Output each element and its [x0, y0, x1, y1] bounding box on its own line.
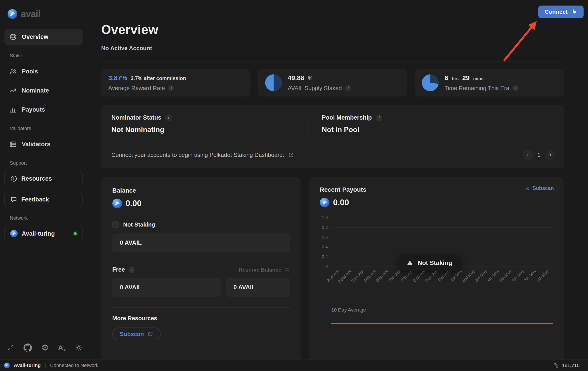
subscan-toggle-label: Subscan — [533, 185, 554, 191]
ten-day-average-section: 10 Day Average — [331, 302, 553, 324]
page-title: Overview — [101, 22, 564, 37]
balance-title: Balance — [112, 187, 290, 194]
pool-membership-value: Not in Pool — [322, 126, 554, 134]
y-axis: 1.00.80.60.40.20 — [320, 218, 331, 266]
external-link-icon[interactable] — [288, 152, 294, 158]
pool-membership-section: Pool Membership i Not in Pool — [307, 114, 564, 135]
x-axis-label: 8th May — [541, 266, 553, 291]
subscan-toggle[interactable]: Subscan — [525, 185, 554, 191]
nominator-status-section: Nominator Status i Not Nominating — [101, 114, 307, 135]
network-selector[interactable]: Avail-turing — [4, 226, 83, 241]
stats-row: 3.87% 3.7% after commission Average Rewa… — [101, 69, 564, 96]
connect-prompt-text: Connect your accounts to begin using Pol… — [111, 152, 284, 159]
account-status-card: Nominator Status i Not Nominating Pool M… — [101, 105, 564, 169]
network-name: Avail-turing — [22, 230, 55, 237]
balance-card: Balance 0.00 Not Staking 0 AVAIL Fre — [101, 177, 301, 362]
connect-button[interactable]: Connect — [538, 6, 584, 18]
feedback-button[interactable]: Feedback — [4, 192, 83, 207]
not-staking-label: Not Staking — [123, 221, 155, 228]
average-line — [331, 323, 553, 324]
more-resources-label: More Resources — [112, 315, 290, 322]
sidebar-footer-icons: ⚙ Ax — [7, 343, 83, 352]
sidebar-item-payouts[interactable]: Payouts — [4, 102, 83, 118]
info-icon[interactable]: i — [512, 85, 519, 91]
ten-day-average-label: 10 Day Average — [331, 307, 553, 313]
supply-staked-card: 49.88 % AVAIL Supply Staked i — [258, 69, 407, 96]
era-mins-value: 29 — [462, 74, 470, 82]
plug-icon — [571, 9, 577, 15]
not-staking-badge: Not Staking — [399, 255, 460, 271]
avail-logo-icon — [8, 9, 17, 19]
subscan-button-label: Subscan — [120, 331, 144, 338]
supply-staked-unit: % — [308, 75, 312, 81]
sidebar-item-label: Payouts — [22, 106, 45, 113]
subscan-button[interactable]: Subscan — [112, 328, 161, 340]
theme-sun-icon[interactable] — [75, 344, 83, 351]
staking-dashboard: avail Overview Stake Pools Nominate — [0, 0, 588, 371]
block-icon — [553, 363, 559, 368]
globe-icon — [9, 33, 17, 41]
statusbar-separator: | — [45, 362, 46, 369]
info-icon[interactable]: i — [165, 115, 172, 121]
github-icon[interactable] — [23, 343, 32, 352]
users-icon — [9, 68, 17, 75]
section-label-stake: Stake — [10, 53, 90, 59]
era-time-pie — [422, 74, 439, 91]
settings-gear-icon[interactable]: ⚙ — [41, 343, 49, 352]
page-prev-button[interactable] — [523, 150, 533, 160]
sidebar-item-nominate[interactable]: Nominate — [4, 83, 83, 98]
connection-status: Connected to Network — [50, 362, 98, 368]
era-time-card: 6 hrs 29 mins Time Remaining This Era i — [415, 69, 564, 96]
trend-up-icon — [9, 87, 17, 94]
sidebar-item-validators[interactable]: Validators — [4, 136, 83, 152]
reward-rate-label: Average Reward Rate — [108, 85, 165, 92]
warning-icon — [407, 260, 413, 266]
reward-rate-note: 3.7% after commission — [131, 75, 186, 81]
app-logo-text: avail — [21, 9, 40, 19]
statusbar-network-name: Avail-turing — [14, 362, 41, 368]
reward-rate-card: 3.87% 3.7% after commission Average Rewa… — [101, 69, 251, 96]
subscan-icon — [525, 186, 530, 191]
section-label-support: Support — [10, 160, 90, 166]
external-link-icon — [148, 331, 153, 337]
resources-button[interactable]: Resources — [4, 171, 83, 186]
free-amount: 0 AVAIL — [120, 284, 142, 291]
sidebar-item-label: Overview — [22, 33, 48, 40]
supply-staked-value: 49.88 — [288, 74, 304, 82]
feedback-label: Feedback — [21, 196, 49, 203]
era-mins-unit: mins — [473, 76, 484, 81]
block-number: 181,710 — [562, 362, 579, 368]
info-icon[interactable]: i — [128, 266, 135, 273]
page-next-button[interactable] — [545, 150, 555, 160]
server-icon — [9, 140, 17, 148]
info-icon[interactable]: i — [345, 85, 351, 91]
avail-token-icon — [320, 198, 329, 207]
era-hours-value: 6 — [444, 74, 448, 82]
page-number: 1 — [537, 152, 541, 158]
status-bar: Avail-turing | Connected to Network 181,… — [0, 360, 588, 371]
reserve-amount-box: 0 AVAIL — [226, 278, 290, 297]
reward-rate-value: 3.87% — [108, 74, 127, 82]
active-account-status: No Active Account — [101, 45, 564, 52]
section-label-validators: Validators — [10, 126, 90, 131]
language-icon[interactable]: Ax — [58, 344, 66, 351]
sidebar-item-label: Validators — [22, 141, 50, 148]
reserve-slider-icon[interactable] — [284, 267, 290, 273]
sidebar: avail Overview Stake Pools Nominate — [0, 0, 90, 360]
recent-payouts-card: Subscan Recent Payouts 0.00 1.00.80.60.4… — [309, 177, 564, 362]
bar-chart-icon — [9, 106, 17, 113]
sidebar-item-overview[interactable]: Overview — [4, 29, 83, 45]
sidebar-item-pools[interactable]: Pools — [4, 64, 83, 79]
balance-total: 0.00 — [126, 199, 142, 208]
supply-staked-pie — [265, 74, 282, 91]
info-icon[interactable]: i — [376, 115, 382, 121]
info-icon[interactable]: i — [168, 85, 175, 91]
status-card-footer: Connect your accounts to begin using Pol… — [101, 143, 564, 169]
collapse-sidebar-icon[interactable] — [7, 344, 14, 351]
connect-button-label: Connect — [545, 9, 567, 15]
app-logo: avail — [4, 9, 90, 19]
sidebar-item-label: Pools — [22, 68, 38, 75]
not-staking-checkbox[interactable] — [112, 222, 119, 228]
staked-amount-box: 0 AVAIL — [112, 233, 290, 252]
section-label-network: Network — [10, 215, 90, 221]
